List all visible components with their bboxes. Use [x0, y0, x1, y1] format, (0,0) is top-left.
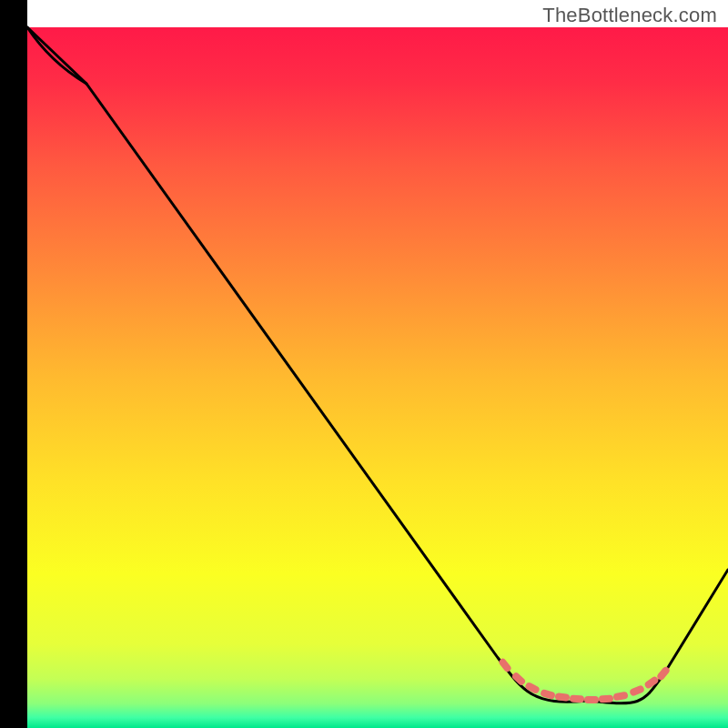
trough-dash — [599, 694, 614, 703]
chart-svg — [0, 0, 728, 728]
trough-dash — [570, 695, 584, 703]
watermark-text: TheBottleneck.com — [542, 4, 717, 27]
bottleneck-chart: TheBottleneck.com — [0, 0, 728, 728]
trough-dash — [584, 696, 599, 703]
gradient-background — [27, 27, 728, 728]
